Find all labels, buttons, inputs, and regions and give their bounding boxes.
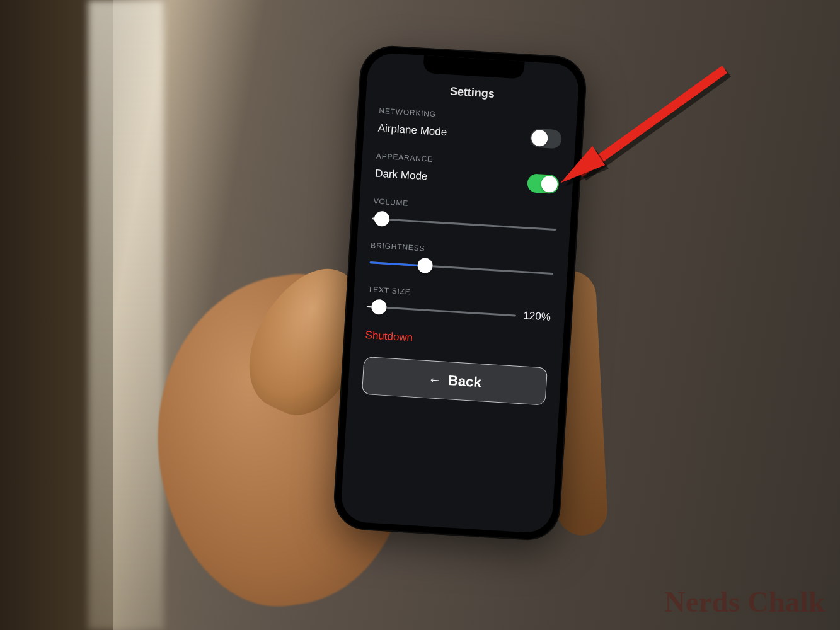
slider-thumb[interactable] bbox=[374, 210, 389, 226]
toggle-knob bbox=[531, 129, 548, 147]
phone-notch bbox=[423, 55, 524, 79]
phone-frame: Settings NETWORKING Airplane Mode APPEAR… bbox=[332, 44, 588, 542]
svg-line-1 bbox=[580, 69, 725, 173]
phone-screen: Settings NETWORKING Airplane Mode APPEAR… bbox=[340, 52, 580, 534]
slider-thumb[interactable] bbox=[371, 299, 387, 314]
slider-track bbox=[370, 261, 554, 275]
volume-block: VOLUME bbox=[372, 197, 557, 238]
slider-track bbox=[372, 217, 556, 231]
back-button-label: Back bbox=[447, 372, 481, 391]
back-arrow-icon: ← bbox=[427, 371, 442, 388]
watermark: Nerds Chalk bbox=[664, 585, 825, 619]
slider-track bbox=[367, 306, 515, 316]
airplane-mode-toggle[interactable] bbox=[529, 128, 562, 149]
dark-mode-toggle[interactable] bbox=[527, 173, 560, 194]
toggle-knob bbox=[541, 176, 558, 193]
back-button[interactable]: ← Back bbox=[362, 357, 548, 406]
dark-mode-label: Dark Mode bbox=[375, 167, 428, 183]
shutdown-button[interactable]: Shutdown bbox=[365, 329, 549, 353]
airplane-mode-label: Airplane Mode bbox=[377, 122, 447, 139]
page-title: Settings bbox=[380, 81, 565, 105]
svg-line-0 bbox=[580, 69, 725, 173]
slider-thumb[interactable] bbox=[417, 258, 432, 273]
text-size-value: 120% bbox=[523, 309, 551, 324]
brightness-block: BRIGHTNESS bbox=[369, 241, 555, 282]
svg-line-2 bbox=[584, 73, 728, 177]
svg-line-3 bbox=[580, 69, 725, 173]
background-window-light bbox=[88, 0, 164, 630]
text-size-block: TEXT SIZE 120% bbox=[367, 285, 552, 326]
